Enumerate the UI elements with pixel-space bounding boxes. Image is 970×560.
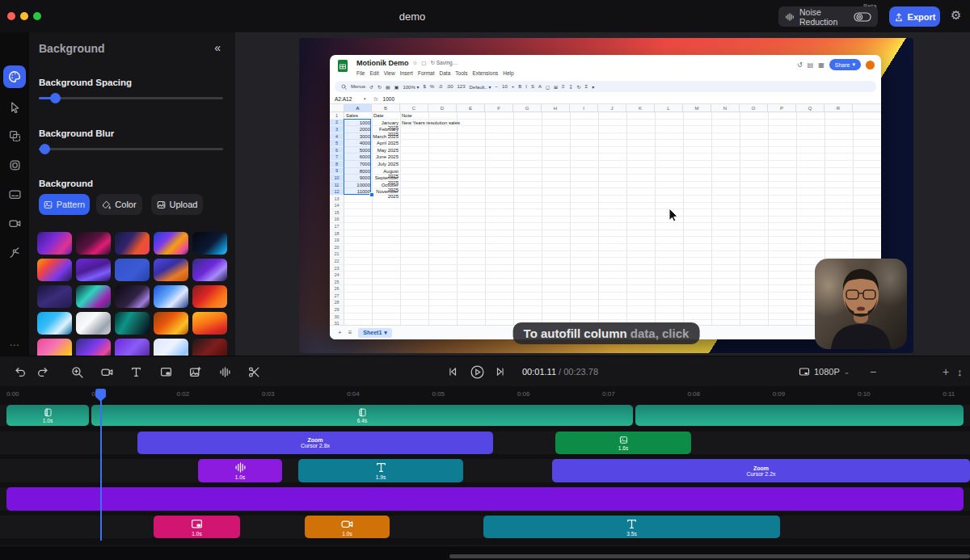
bg-thumbnail-20[interactable] — [192, 312, 227, 335]
bg-thumbnail-18[interactable] — [115, 312, 150, 335]
bg-thumbnail-24[interactable] — [154, 339, 188, 356]
bg-thumbnail-11[interactable] — [37, 285, 72, 308]
sheets-toolbar-token[interactable]: 10 — [502, 84, 508, 89]
all-sheets-button[interactable]: ≡ — [348, 329, 352, 336]
cell-b9[interactable]: August 2025 — [372, 168, 400, 175]
bg-thumbnail-23[interactable] — [115, 339, 150, 356]
export-button[interactable]: Export — [889, 6, 940, 27]
bg-thumbnail-9[interactable] — [154, 259, 188, 281]
cell-c3[interactable] — [400, 126, 546, 133]
formula-value[interactable]: 1000 — [383, 96, 394, 102]
noise-reduction-button[interactable]: Noise Reduction — [778, 6, 878, 27]
sheets-menu-extensions[interactable]: Extensions — [472, 70, 498, 76]
chevron-down-icon[interactable]: ▾ — [364, 96, 366, 101]
cell-a1[interactable]: Sales — [344, 112, 372, 119]
webcam-overlay[interactable] — [815, 259, 907, 349]
overlay-clip[interactable] — [6, 487, 964, 511]
skip-back-button[interactable] — [447, 356, 458, 387]
cell-b5[interactable]: April 2025 — [372, 140, 400, 146]
cell-c8[interactable] — [400, 161, 546, 167]
image-clip[interactable]: 1.6s — [555, 432, 691, 454]
sheets-toolbar-token[interactable]: ↻ — [377, 84, 382, 90]
cell-c4[interactable] — [400, 133, 546, 140]
sheets-toolbar-token[interactable]: ↻ — [577, 84, 581, 90]
bg-thumbnail-16[interactable] — [37, 312, 72, 335]
name-box[interactable]: A2:A12 — [330, 96, 364, 102]
camera-clip[interactable]: 1.0s — [305, 516, 390, 538]
sheets-toolbar-token[interactable]: Σ — [585, 84, 588, 89]
cell-c10[interactable] — [400, 175, 546, 181]
toggle-off-icon[interactable] — [854, 11, 871, 23]
slider-thumb[interactable] — [50, 93, 61, 103]
cell-b10[interactable]: September 2025 — [372, 175, 400, 181]
cell-b4[interactable]: March 2025 — [372, 133, 400, 140]
slider-track[interactable] — [39, 148, 223, 150]
audio-button[interactable] — [219, 356, 231, 387]
cell-c7[interactable] — [400, 154, 546, 160]
sidebar-item-camera[interactable] — [3, 212, 26, 234]
col-header-C[interactable]: C — [400, 104, 428, 112]
sidebar-item-captions[interactable] — [3, 183, 26, 205]
slider-track[interactable] — [39, 97, 223, 99]
sheets-toolbar-token[interactable]: ◻ — [546, 84, 550, 90]
sidebar-item-crop[interactable] — [3, 124, 26, 147]
col-header-J[interactable]: J — [598, 104, 626, 112]
sheets-toolbar-token[interactable]: ↺ — [369, 84, 373, 90]
bg-thumbnail-3[interactable] — [115, 232, 150, 255]
cell-c12[interactable] — [400, 188, 546, 195]
sheet-tab[interactable]: Sheet1 ▾ — [358, 328, 391, 338]
menus-label[interactable]: Menus — [351, 84, 365, 89]
bg-thumbnail-22[interactable] — [76, 339, 111, 356]
cell-b11[interactable]: October 2025 — [372, 182, 400, 188]
bg-thumbnail-5[interactable] — [192, 232, 227, 255]
video-canvas[interactable]: Motionik Demo ☆ ▢ ↻ Saving… FileEditView… — [299, 38, 913, 353]
bg-thumbnail-15[interactable] — [192, 285, 227, 308]
cell-c2[interactable]: New Years resolution sales — [400, 120, 546, 126]
move-folder-icon[interactable]: ▢ — [421, 60, 426, 66]
resolution-select[interactable]: 1080P ⌄ — [799, 356, 850, 387]
sheets-toolbar-token[interactable]: S — [531, 84, 534, 89]
bg-thumbnail-12[interactable] — [76, 285, 111, 308]
skip-forward-button[interactable] — [495, 356, 506, 387]
more-tools-button[interactable]: ⋯ — [0, 339, 29, 351]
col-header-A[interactable]: A — [344, 104, 372, 112]
undo-button[interactable] — [15, 356, 27, 387]
star-icon[interactable]: ☆ — [413, 60, 418, 66]
zoom-clip[interactable]: ZoomCursor 2.8x — [137, 432, 493, 454]
sheets-menu-data[interactable]: Data — [440, 70, 451, 76]
search-icon[interactable] — [341, 84, 347, 90]
sheets-menu-insert[interactable]: Insert — [400, 70, 413, 76]
cell-c5[interactable] — [400, 140, 546, 146]
bg-thumbnail-21[interactable] — [37, 339, 72, 356]
cell-b2[interactable]: January 2025 — [372, 120, 400, 126]
sheets-toolbar-token[interactable]: I — [525, 84, 527, 89]
cell-b12[interactable]: November 2025 — [372, 188, 400, 195]
bg-thumbnail-13[interactable] — [115, 285, 150, 308]
bg-thumbnail-4[interactable] — [154, 232, 188, 255]
bg-thumbnail-8[interactable] — [115, 259, 150, 281]
cell-b1[interactable]: Date — [372, 112, 400, 119]
share-button[interactable]: Share ▾ — [829, 59, 861, 70]
sheets-toolbar-token[interactable]: − — [496, 84, 499, 89]
bg-thumbnail-7[interactable] — [76, 259, 111, 281]
bg-thumbnail-25[interactable] — [192, 339, 227, 356]
text-clip[interactable]: 1.9s — [298, 459, 463, 482]
col-header-M[interactable]: M — [683, 104, 711, 112]
meet-icon[interactable]: ▦ — [818, 61, 824, 69]
comment-icon[interactable]: ▤ — [808, 61, 814, 69]
sheets-toolbar-token[interactable]: + — [512, 84, 515, 89]
zoom-clip[interactable]: ZoomCursor 2.2x — [552, 459, 970, 482]
col-header-N[interactable]: N — [711, 104, 740, 112]
cell-c11[interactable] — [400, 182, 546, 188]
timeline-zoom-out-button[interactable]: − — [870, 356, 876, 387]
tab-upload[interactable]: Upload — [151, 194, 203, 215]
sheets-toolbar-token[interactable]: B — [518, 84, 521, 89]
sheets-menu-file[interactable]: File — [356, 70, 365, 76]
sheets-toolbar-token[interactable]: % — [430, 84, 434, 89]
bg-thumbnail-17[interactable] — [76, 312, 111, 335]
sheets-toolbar-token[interactable]: A — [538, 84, 542, 89]
video-clip[interactable]: 1.0s — [6, 405, 89, 426]
horizontal-scrollbar[interactable] — [449, 554, 970, 558]
sheets-toolbar-token[interactable]: ≡ — [562, 84, 565, 89]
sheets-menu-tools[interactable]: Tools — [455, 70, 467, 76]
